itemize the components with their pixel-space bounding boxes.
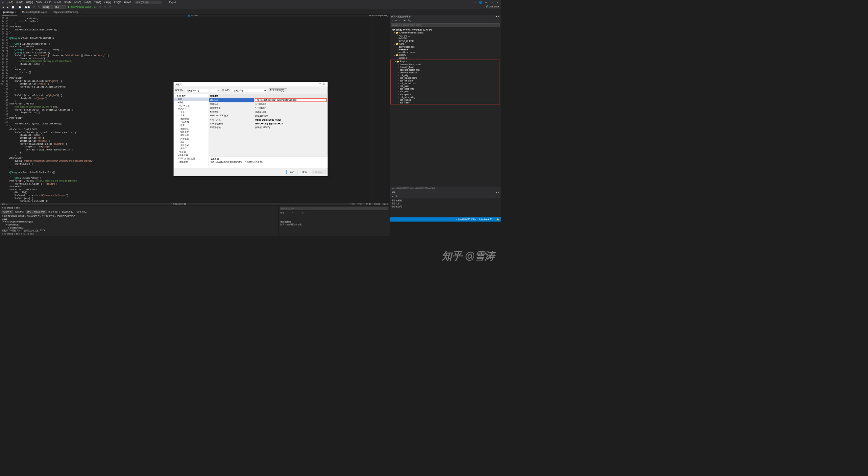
prop-row[interactable]: 根命名空间 [391, 205, 499, 208]
run-no-debug-icon[interactable]: ▷ [93, 5, 97, 9]
menu-project[interactable]: 项目(P) [43, 0, 53, 4]
dlg-tree-node[interactable]: 所有选项 [174, 144, 209, 147]
dlg-tree-node[interactable]: 命令行 [174, 147, 209, 150]
global-search[interactable]: 搜索 (Ctrl+Q) [135, 0, 162, 4]
se-collapse-icon[interactable]: ⊟ [399, 19, 402, 22]
plugin-item[interactable]: ▫ edit_select [391, 101, 500, 104]
dlg-platform-combo[interactable]: 活动(x64) [232, 89, 267, 92]
dlg-tree-node[interactable]: ▾ C/C++ [174, 108, 209, 111]
se-props-icon[interactable]: 🔧 [407, 19, 412, 22]
dlg-category-tree[interactable]: ▾ 配置属性常规▸ 高级▸ VC++ 目录▾ C/C++常规优化预处理器代码生成… [174, 94, 209, 168]
live-share[interactable]: 🔗 Live Share [486, 5, 499, 8]
minimize-icon[interactable]: — [484, 1, 488, 4]
config-combo[interactable]: Debug [42, 5, 53, 8]
menu-build[interactable]: 生成(B) [53, 0, 63, 4]
plugin-item[interactable]: ▫ edit_sample [391, 98, 500, 101]
result-file[interactable]: ▾ globals.cpp (1) [2, 226, 277, 229]
plugin-item[interactable]: ▫ edit_paint [391, 85, 500, 88]
nav-back-icon[interactable]: ◀ [1, 5, 5, 9]
menu-help[interactable]: 帮助(H) [123, 0, 132, 4]
proj-copydistrib[interactable]: ▫ copy-distrib-files [390, 45, 501, 48]
menu-analyze[interactable]: 分析(N) [83, 0, 92, 4]
proj-install[interactable]: ▫ INSTALL [390, 37, 501, 40]
folder-library[interactable]: 📁 Library [390, 54, 501, 57]
se-showall-icon[interactable]: 👁 [403, 19, 407, 22]
prop-row[interactable]: 项目文件 [391, 202, 499, 205]
char-indicator[interactable]: 字符: 4 [357, 203, 363, 206]
nav-fwd-icon[interactable]: ▶ [6, 5, 10, 9]
menu-git[interactable]: Git(G) [34, 1, 43, 4]
plugin-item[interactable]: ▫ edit_manipulators [391, 77, 500, 79]
plugin-item[interactable]: ▫ edit_referencing [391, 96, 500, 98]
dlg-tree-node[interactable]: ▸ 链接器 [174, 150, 209, 153]
props-close-icon[interactable]: ▾ ✕ [496, 191, 499, 194]
menu-file[interactable]: 文件(F) [5, 0, 15, 4]
plugin-item[interactable]: ▫ decorate_base [391, 66, 500, 68]
plugin-item[interactable]: ▫ edit_pickpoints [391, 88, 500, 90]
new-icon[interactable]: 📄▾ [10, 5, 17, 9]
keep-results-btn[interactable]: 保留结果(K) [62, 211, 73, 214]
dlg-tree-node[interactable]: 预编译头 [174, 127, 209, 130]
tab-cppbuild[interactable]: Microsoft.CppBuild.targets [20, 10, 50, 14]
se-bottom-tabs[interactable]: Unity 项目资源管理器 解决方案资源管理器 Git 更改 [390, 187, 501, 190]
solution-root[interactable]: 解决方案 'Project' (95 个项目, 共 95 个) [390, 28, 501, 31]
plugin-item[interactable]: ▫ decorate_background [391, 63, 500, 66]
dlg-tree-node[interactable]: 常规 [174, 111, 209, 114]
platform-combo[interactable]: x64 [54, 5, 66, 8]
dlg-tree-node[interactable]: 代码生成 [174, 120, 209, 124]
dlg-help-icon[interactable]: ? [318, 83, 322, 85]
menu-extensions[interactable]: 扩展(X) [102, 0, 112, 4]
line-indicator[interactable]: 行: 85 [349, 203, 355, 206]
plugin-item[interactable]: ▫ decorate_raster_proj [391, 69, 500, 71]
dlg-tree-node[interactable]: ▸ 清单工具 [174, 153, 209, 157]
tb-icon-2[interactable]: ⬚ [103, 5, 107, 9]
result-folder[interactable]: ▾ F:\c_project\meshlab\src (10) [2, 220, 277, 223]
encoding-indicator[interactable]: CRLF [383, 203, 388, 205]
props-cat-icon[interactable]: ⊞ [391, 195, 394, 198]
menu-test[interactable]: 测试(S) [73, 0, 82, 4]
proj-zerocheck[interactable]: ▫ ZERO_CHECK [390, 40, 501, 43]
plugin-item[interactable]: ▫ decorate_shadow [391, 71, 500, 74]
menu-edit[interactable]: 编辑(E) [15, 0, 24, 4]
ok-button[interactable]: 确定 [286, 170, 297, 174]
proj-xerces[interactable]: ▫ xerces-c [390, 56, 501, 59]
zoom-pct[interactable]: 100 % [2, 203, 7, 205]
dlg-tree-node[interactable]: ▸ 浏览信息 [174, 160, 209, 164]
property-grid[interactable]: 常规属性 输出目录中间目录<不同选项>目标文件名<不同选项>配置类型动态库(.d… [209, 94, 328, 129]
folder-core[interactable]: 📁 Core [390, 43, 501, 46]
solution-tree[interactable]: 解决方案 'Project' (95 个项目, 共 95 个) 📁 CMakeP… [390, 28, 501, 187]
output-dir-input[interactable] [255, 98, 327, 101]
proj-meshlab[interactable]: ▫ meshlab [390, 48, 501, 51]
apply-button[interactable]: 应用(A) [312, 170, 326, 174]
panel-close-icon[interactable]: ▾ ✕ [496, 15, 499, 18]
menu-debug[interactable]: 调试(D) [63, 0, 72, 4]
dlg-tree-node[interactable]: 优化 [174, 114, 209, 117]
user-icon[interactable]: X [479, 1, 482, 4]
list-view-btn[interactable]: 列表视图(L) [75, 211, 87, 214]
dlg-tree-node[interactable]: 浏览信息 [174, 134, 209, 137]
save-icon[interactable]: 💾 [18, 5, 23, 9]
plugin-item[interactable]: ▫ edit_measure [391, 79, 500, 82]
menu-window[interactable]: 窗口(W) [113, 0, 123, 4]
save-all-icon[interactable]: 💾💾 [23, 5, 31, 9]
repeat-find-btn[interactable]: 重复查找(R) [48, 211, 60, 214]
dlg-close-icon[interactable]: ✕ [322, 83, 326, 85]
tab-richparam[interactable]: richparameterlistframe.cpp [50, 10, 81, 14]
tb-icon-1[interactable]: ⬚ [98, 5, 102, 9]
tab-indicator[interactable]: 制表符 [374, 203, 380, 206]
bottom-tabs[interactable]: 查找"unable to find" 相关问题 输出 [2, 233, 277, 236]
dlg-tree-node[interactable]: 高级 [174, 140, 209, 144]
dlg-tree-node[interactable]: ▾ 配置属性 [174, 94, 209, 98]
dlg-tree-node[interactable]: 语言 [174, 124, 209, 127]
redo-icon[interactable]: ↷ [37, 5, 41, 9]
plugin-item[interactable]: ▫ edit_mutualcorrs [391, 82, 500, 85]
tab-globals[interactable]: globals.cpp✕ [0, 10, 20, 14]
tb-icon-3[interactable]: ⬚ [108, 5, 113, 9]
run-button[interactable]: ▶ 本地 Windows 调试器 [67, 5, 92, 9]
dlg-tree-node[interactable]: 输出文件 [174, 130, 209, 134]
close-icon[interactable]: ✕ [496, 1, 500, 4]
folder-cmake[interactable]: 📁 CMakePredefinedTargets [390, 31, 501, 34]
undo-icon[interactable]: ↶ [32, 5, 36, 9]
dlg-tree-node[interactable]: 外部包含 [174, 137, 209, 140]
dlg-tree-node[interactable]: ▸ 高级 [174, 101, 209, 104]
